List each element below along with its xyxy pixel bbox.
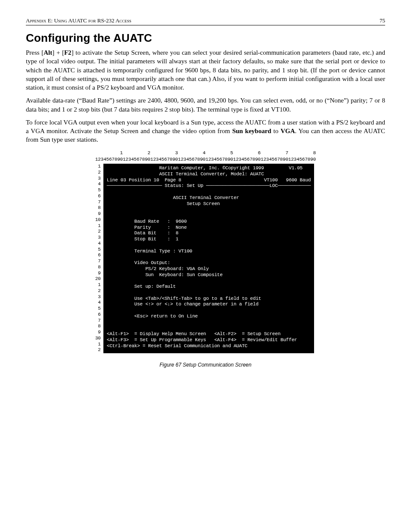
bold-vga: VGA (280, 128, 295, 134)
row-numbers: 1 2 3 4 5 6 7 8 9 10 1 2 3 4 5 6 7 8 9 2… (95, 164, 103, 353)
text: Press [ (26, 49, 44, 56)
bold-sun-keyboard: Sun keyboard (232, 128, 271, 134)
paragraph-2: Available data-rate (“Baud Rate”) settin… (26, 96, 385, 114)
paragraph-1: Press [Alt] + [F2] to activate the Setup… (26, 48, 385, 92)
page-title: Configuring the AUATC (26, 31, 385, 45)
paragraph-3: To force local VGA output even when your… (26, 118, 385, 144)
column-ruler-ones: 1234567890123456789012345678901234567890… (95, 157, 316, 163)
text: ] + [ (52, 49, 64, 56)
page-number: 75 (380, 17, 385, 24)
key-f2: F2 (64, 49, 72, 56)
figure-caption: Figure 67 Setup Communication Screen (26, 362, 385, 368)
terminal-screenshot: 1 2 3 4 5 6 7 8 123456789012345678901234… (95, 150, 316, 354)
column-ruler-tens: 1 2 3 4 5 6 7 8 (95, 150, 316, 156)
figure: 1 2 3 4 5 6 7 8 123456789012345678901234… (26, 150, 385, 368)
page-header: Appendix E: Using AUATC for RS-232 Acces… (26, 17, 385, 25)
text: ] to activate the Setup Screen, where yo… (26, 49, 385, 91)
header-left: Appendix E: Using AUATC for RS-232 Acces… (26, 17, 131, 24)
terminal-screen: Raritan Computer, Inc. ©Copyright 1999 V… (103, 164, 314, 353)
key-alt: Alt (44, 49, 52, 56)
text: to (271, 128, 281, 134)
